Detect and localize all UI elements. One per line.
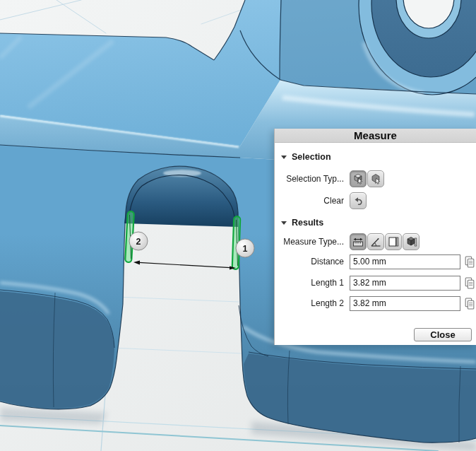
volume-icon <box>405 235 417 248</box>
undo-arrow-icon <box>352 194 364 207</box>
length1-field[interactable] <box>350 276 460 291</box>
length2-field[interactable] <box>350 296 460 311</box>
select-solid-icon <box>369 172 382 185</box>
angle-icon <box>369 235 382 248</box>
distance-row: Distance <box>275 254 476 269</box>
selection-badge-1[interactable]: 1 <box>236 239 254 257</box>
close-button[interactable]: Close <box>414 328 472 341</box>
copy-length2-button[interactable] <box>465 298 475 310</box>
copy-icon <box>465 256 475 268</box>
clear-button[interactable] <box>350 192 367 209</box>
section-selection-label: Selection <box>292 152 331 162</box>
length1-label: Length 1 <box>275 278 344 288</box>
measure-panel: Measure Selection Selection Typ... <box>274 129 476 345</box>
section-results[interactable]: Results <box>281 218 323 228</box>
measure-angle-button[interactable] <box>367 233 384 250</box>
section-selection[interactable]: Selection <box>281 152 331 162</box>
clear-label: Clear <box>275 196 344 206</box>
copy-distance-button[interactable] <box>465 256 475 268</box>
distance-ruler-icon <box>352 235 364 248</box>
measure-area-button[interactable] <box>385 233 402 250</box>
collapse-arrow-icon <box>281 156 287 159</box>
select-solid-button[interactable] <box>367 170 384 187</box>
collapse-arrow-icon <box>281 221 287 225</box>
copy-length1-button[interactable] <box>465 277 475 289</box>
measure-type-row: Measure Type... <box>275 233 476 251</box>
select-body-icon <box>352 172 364 185</box>
measure-type-label: Measure Type... <box>275 237 344 247</box>
length2-row: Length 2 <box>275 295 476 311</box>
badge-1-label: 1 <box>243 244 248 254</box>
selection-type-row: Selection Typ... <box>275 170 476 188</box>
selection-badge-2[interactable]: 2 <box>129 232 148 250</box>
distance-label: Distance <box>275 257 344 266</box>
clear-row: Clear <box>275 192 476 210</box>
copy-icon <box>465 298 475 310</box>
badge-2-label: 2 <box>136 237 141 247</box>
distance-field[interactable] <box>350 254 460 269</box>
measure-distance-button[interactable] <box>350 233 367 250</box>
select-body-button[interactable] <box>350 170 367 187</box>
length1-row: Length 1 <box>275 275 476 291</box>
area-icon <box>387 235 400 248</box>
panel-title: Measure <box>275 129 476 143</box>
app-window: 2 1 Measure Selection Selection Typ... <box>0 0 476 451</box>
length2-label: Length 2 <box>275 298 344 308</box>
selection-type-label: Selection Typ... <box>275 174 344 184</box>
section-results-label: Results <box>292 218 323 228</box>
measure-volume-button[interactable] <box>403 233 420 250</box>
copy-icon <box>465 277 475 289</box>
